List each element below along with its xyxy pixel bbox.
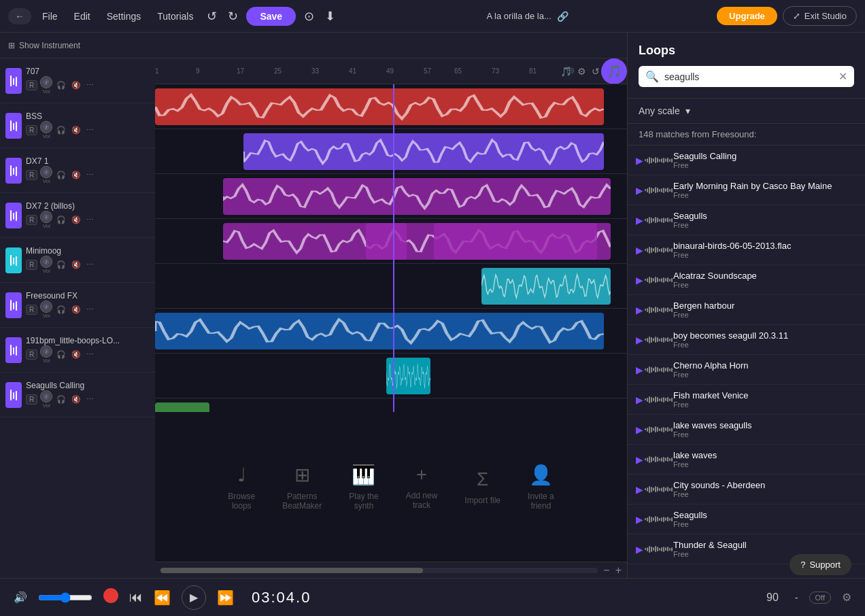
headphone-button[interactable]: 🎧 xyxy=(55,304,67,315)
track-vis-icon[interactable] xyxy=(5,337,22,363)
headphone-button[interactable]: 🎧 xyxy=(55,124,67,136)
search-clear-button[interactable]: ✕ xyxy=(838,70,847,83)
upgrade-button[interactable]: Upgrade xyxy=(717,7,777,25)
fx-button[interactable]: ⋯ xyxy=(85,349,95,360)
add-track-action[interactable]: + Add newtrack xyxy=(406,464,438,510)
volume-knob[interactable]: / xyxy=(40,345,52,358)
invite-friend-action[interactable]: 👤 Invite afriend xyxy=(528,464,554,511)
track-vis-icon[interactable] xyxy=(5,68,22,94)
mute-button[interactable]: 🔇 xyxy=(70,394,82,405)
headphone-button[interactable]: 🎧 xyxy=(55,214,67,226)
loop-button[interactable]: ⚙ xyxy=(577,66,586,77)
r-button[interactable]: R xyxy=(26,215,37,225)
headphone-button[interactable]: 🎧 xyxy=(55,394,67,405)
fx-button[interactable]: ⋯ xyxy=(85,214,95,226)
r-button[interactable]: R xyxy=(26,394,37,405)
track-vis-icon[interactable] xyxy=(5,158,22,184)
loop-play-button[interactable]: ▶ xyxy=(636,424,643,435)
scale-filter-button[interactable]: Any scale ▾ xyxy=(639,105,690,116)
waveform-block[interactable] xyxy=(481,268,611,305)
volume-knob[interactable]: / xyxy=(40,76,52,88)
loop-play-button[interactable]: ▶ xyxy=(636,245,643,256)
r-button[interactable]: R xyxy=(26,125,37,135)
loop-play-button[interactable]: ▶ xyxy=(636,514,643,525)
loop-play-button[interactable]: ▶ xyxy=(636,544,643,555)
record-nav-button[interactable]: ⊙ xyxy=(301,9,317,24)
mute-button[interactable]: 🔇 xyxy=(70,214,82,226)
volume-knob[interactable]: / xyxy=(40,390,52,403)
volume-knob[interactable]: / xyxy=(40,121,52,133)
volume-knob[interactable]: / xyxy=(40,211,52,223)
volume-knob[interactable]: / xyxy=(40,256,52,268)
loop-play-button[interactable]: ▶ xyxy=(636,364,643,375)
rewind-button[interactable]: ⏪ xyxy=(154,589,171,606)
import-file-action[interactable]: Σ Import file xyxy=(464,468,501,505)
volume-slider[interactable] xyxy=(38,592,92,603)
music-mode-badge[interactable]: 🎵 xyxy=(601,58,627,84)
browse-loops-action[interactable]: ♩ Browseloops xyxy=(228,464,255,511)
mute-button[interactable]: 🔇 xyxy=(70,80,82,91)
metronome-button[interactable]: 🎵 xyxy=(560,66,572,77)
volume-knob[interactable]: / xyxy=(40,301,52,313)
play-button[interactable]: ▶ xyxy=(182,585,206,610)
save-button[interactable]: Save xyxy=(246,7,296,26)
loop-play-button[interactable]: ▶ xyxy=(636,454,643,465)
fx-button[interactable]: ⋯ xyxy=(85,124,95,136)
fx-button[interactable]: ⋯ xyxy=(85,80,95,91)
loop-play-button[interactable]: ▶ xyxy=(636,394,643,405)
horizontal-scrollbar[interactable] xyxy=(160,568,598,573)
off-toggle[interactable]: Off xyxy=(809,592,831,604)
track-vis-icon[interactable] xyxy=(5,382,22,408)
show-instrument-button[interactable]: ⊞ Show Instrument xyxy=(8,41,80,50)
exit-studio-button[interactable]: ⤢ Exit Studio xyxy=(783,6,857,26)
refresh-button[interactable]: ↺ xyxy=(592,66,600,77)
undo-button[interactable]: ↺ xyxy=(204,9,220,24)
headphone-button[interactable]: 🎧 xyxy=(55,80,67,91)
r-button[interactable]: R xyxy=(26,170,37,180)
headphone-button[interactable]: 🎧 xyxy=(55,259,67,271)
waveform-block-2[interactable] xyxy=(434,223,597,260)
fx-button[interactable]: ⋯ xyxy=(85,304,95,315)
waveform-block[interactable] xyxy=(223,178,611,215)
loop-play-button[interactable]: ▶ xyxy=(636,335,643,345)
download-button[interactable]: ⬇ xyxy=(322,9,338,24)
loops-search-input[interactable] xyxy=(664,71,833,82)
track-vis-icon[interactable] xyxy=(5,113,22,139)
waveform-block[interactable] xyxy=(243,133,604,170)
headphone-button[interactable]: 🎧 xyxy=(55,169,67,181)
track-vis-icon[interactable] xyxy=(5,203,22,228)
loop-play-button[interactable]: ▶ xyxy=(636,484,643,495)
nav-edit[interactable]: Edit xyxy=(69,11,96,22)
mute-button[interactable]: 🔇 xyxy=(70,304,82,315)
waveform-block[interactable] xyxy=(155,313,604,349)
mute-button[interactable]: 🔇 xyxy=(70,169,82,181)
fx-button[interactable]: ⋯ xyxy=(85,169,95,181)
r-button[interactable]: R xyxy=(26,80,37,90)
redo-button[interactable]: ↻ xyxy=(225,9,241,24)
loop-play-button[interactable]: ▶ xyxy=(636,155,643,166)
loop-play-button[interactable]: ▶ xyxy=(636,305,643,315)
mute-button[interactable]: 🔇 xyxy=(70,259,82,271)
back-button[interactable]: ← xyxy=(8,8,31,24)
skip-back-button[interactable]: ⏮ xyxy=(129,589,143,605)
volume-icon[interactable]: 🔊 xyxy=(14,591,27,604)
fx-button[interactable]: ⋯ xyxy=(85,259,95,271)
loop-play-button[interactable]: ▶ xyxy=(636,185,643,196)
nav-file[interactable]: File xyxy=(37,11,63,22)
mute-button[interactable]: 🔇 xyxy=(70,124,82,136)
track-vis-icon[interactable] xyxy=(5,292,22,318)
record-button[interactable] xyxy=(103,588,118,606)
scrollbar-thumb[interactable] xyxy=(160,568,423,573)
loop-play-button[interactable]: ▶ xyxy=(636,275,643,286)
volume-knob[interactable]: / xyxy=(40,166,52,178)
play-synth-action[interactable]: 🎹 Play thesynth xyxy=(349,464,378,511)
fx-button[interactable]: ⋯ xyxy=(85,394,95,405)
r-button[interactable]: R xyxy=(26,349,37,360)
support-button[interactable]: ? Support xyxy=(790,554,851,575)
waveform-block[interactable] xyxy=(155,403,209,412)
zoom-in-button[interactable]: + xyxy=(615,564,622,577)
nav-settings[interactable]: Settings xyxy=(101,11,147,22)
nav-tutorials[interactable]: Tutorials xyxy=(152,11,199,22)
mute-button[interactable]: 🔇 xyxy=(70,349,82,360)
loop-play-button[interactable]: ▶ xyxy=(636,215,643,226)
